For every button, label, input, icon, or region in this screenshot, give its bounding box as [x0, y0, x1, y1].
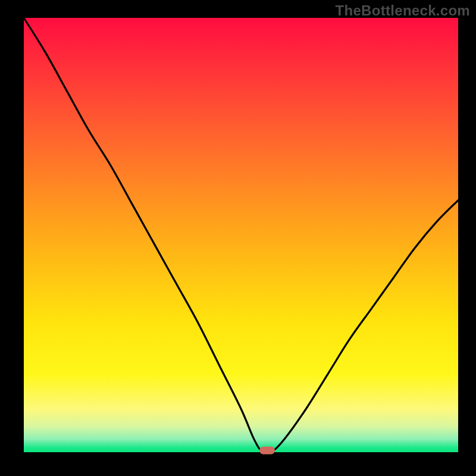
chart-frame: TheBottleneck.com: [0, 0, 476, 476]
watermark-text: TheBottleneck.com: [336, 2, 470, 19]
plot-area: [24, 18, 458, 452]
bottleneck-curve: [24, 18, 458, 452]
